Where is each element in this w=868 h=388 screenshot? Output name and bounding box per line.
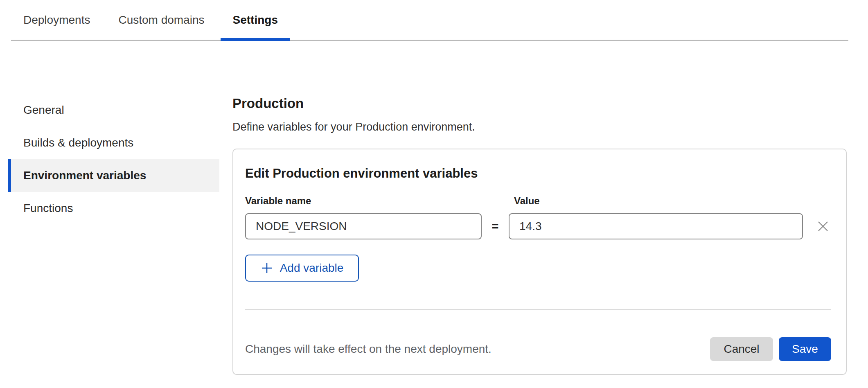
- save-button[interactable]: Save: [779, 337, 831, 361]
- variable-row: Variable name Value =: [245, 194, 831, 239]
- project-tab-bar: Deployments Custom domains Settings: [11, 0, 848, 41]
- x-icon: [816, 219, 830, 233]
- plus-icon: [261, 262, 273, 274]
- edit-variables-card: Edit Production environment variables Va…: [232, 149, 847, 375]
- variable-name-input[interactable]: [245, 213, 482, 239]
- add-variable-label: Add variable: [280, 262, 344, 275]
- remove-variable-button[interactable]: [815, 218, 831, 235]
- sidebar-item-environment-variables[interactable]: Environment variables: [8, 159, 219, 192]
- page-subtitle: Define variables for your Production env…: [232, 119, 847, 135]
- deployment-note: Changes will take effect on the next dep…: [245, 343, 491, 356]
- tab-custom-domains[interactable]: Custom domains: [106, 0, 216, 40]
- sidebar-item-builds-deployments[interactable]: Builds & deployments: [8, 126, 219, 159]
- page-title: Production: [232, 95, 847, 113]
- card-title: Edit Production environment variables: [245, 166, 831, 181]
- tab-settings[interactable]: Settings: [221, 0, 290, 40]
- sidebar-item-functions[interactable]: Functions: [8, 192, 219, 225]
- tab-deployments[interactable]: Deployments: [11, 0, 102, 40]
- sidebar-item-general[interactable]: General: [8, 94, 219, 126]
- card-divider: [245, 309, 831, 310]
- value-label: Value: [509, 194, 803, 208]
- footer-actions: Cancel Save: [710, 337, 831, 361]
- cancel-button[interactable]: Cancel: [710, 337, 773, 361]
- card-footer: Changes will take effect on the next dep…: [245, 337, 831, 361]
- settings-sidebar: General Builds & deployments Environment…: [0, 41, 232, 225]
- equals-sign: =: [482, 220, 509, 233]
- add-variable-button[interactable]: Add variable: [245, 255, 359, 282]
- environment-variables-panel: Production Define variables for your Pro…: [232, 41, 847, 375]
- variable-value-input[interactable]: [509, 213, 803, 239]
- variable-name-label: Variable name: [245, 194, 482, 208]
- settings-page: General Builds & deployments Environment…: [0, 41, 868, 375]
